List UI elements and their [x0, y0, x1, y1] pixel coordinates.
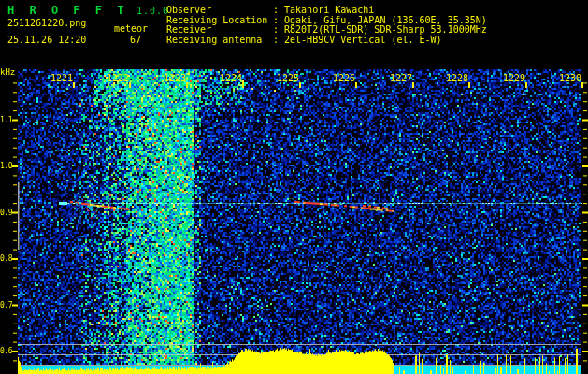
time-label: 1221: [49, 74, 73, 83]
freq-label: 0.6: [0, 348, 12, 355]
time-label: 1226: [331, 74, 355, 83]
info-colon: :: [273, 35, 279, 45]
info-value: Ogaki, Gifu, JAPAN (136.60E, 35.35N): [284, 15, 487, 25]
info-label: Receiver: [166, 25, 273, 35]
time-label: 1228: [444, 74, 468, 83]
info-value: 2el-HB9CV Vertical (el. E-W): [284, 35, 442, 45]
datetime-label: 25.11.26 12:20: [7, 36, 86, 45]
spectrogram-canvas: [0, 0, 588, 374]
freq-label: 0.9: [0, 209, 12, 217]
info-row: Observer:Takanori Kawachi: [166, 6, 374, 15]
freq-axis-unit: kHz: [0, 68, 15, 77]
time-label: 1229: [501, 74, 525, 83]
freq-label: 1.0: [0, 163, 12, 170]
info-row: Receiver:R820T2(RTL-SDR) SDR-Sharp 53.10…: [166, 25, 487, 35]
time-label: 1230: [557, 74, 581, 83]
freq-label: 0.8: [0, 255, 12, 263]
app-title: H R O F F T: [7, 5, 128, 16]
info-row: Receiving Location:Ogaki, Gifu, JAPAN (1…: [166, 16, 487, 25]
output-filename: 2511261220.png: [7, 19, 86, 28]
info-label: Observer: [166, 6, 273, 15]
echo-count: 67: [130, 36, 141, 45]
freq-label: 0.7: [0, 302, 12, 309]
info-value: R820T2(RTL-SDR) SDR-Sharp 53.1000MHz: [284, 24, 487, 35]
freq-label: 1.1: [0, 117, 12, 124]
info-colon: :: [273, 5, 279, 15]
info-value: Takanori Kawachi: [284, 5, 374, 15]
hrofft-output-window: H R O F F T 1.0.0 2511261220.png meteor …: [0, 0, 588, 374]
info-label: Receiving antenna: [166, 36, 273, 45]
time-label: 1223: [162, 74, 186, 83]
time-label: 1225: [275, 74, 299, 83]
info-label: Receiving Location: [166, 16, 273, 25]
mode-label: meteor: [114, 24, 148, 34]
time-label: 1222: [105, 74, 129, 83]
time-label: 1227: [388, 74, 412, 83]
app-version: 1.0.0: [136, 7, 169, 16]
info-colon: :: [273, 24, 279, 35]
info-colon: :: [273, 15, 279, 25]
info-row: Receiving antenna:2el-HB9CV Vertical (el…: [166, 36, 442, 45]
time-label: 1224: [218, 74, 242, 83]
